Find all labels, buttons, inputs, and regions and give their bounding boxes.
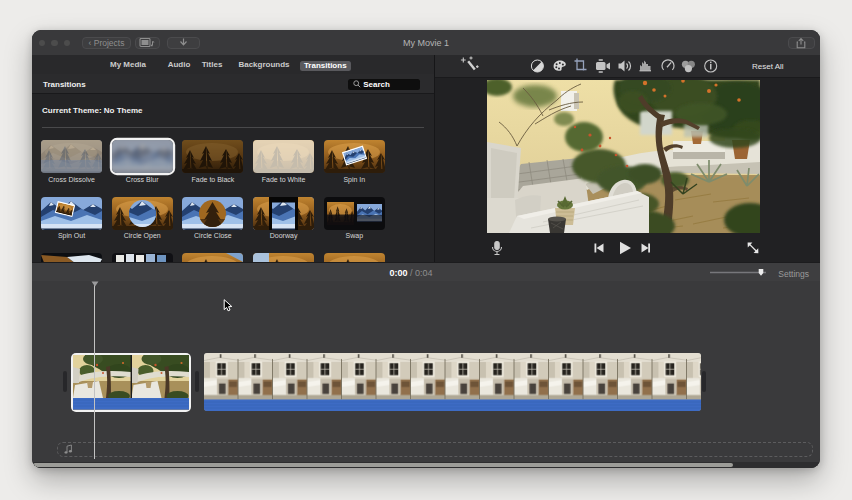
svg-text:Reset All: Reset All — [752, 62, 784, 71]
